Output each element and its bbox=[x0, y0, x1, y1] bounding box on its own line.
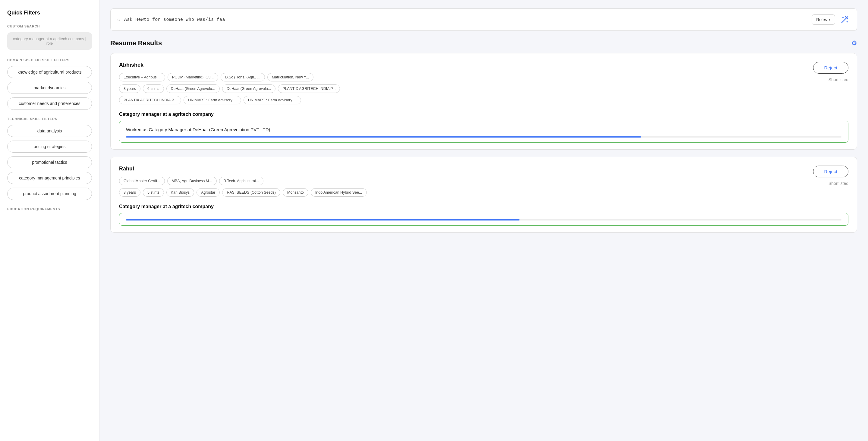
evidence-bar-bg-1 bbox=[126, 219, 841, 220]
tag: UNIMART : Farm Advisory ... bbox=[244, 96, 301, 105]
tag: MBA, Agri Business M... bbox=[167, 177, 217, 185]
role-label-0: Category manager at a agritech company bbox=[119, 112, 848, 117]
evidence-bar-fill-1 bbox=[126, 219, 520, 220]
card-actions-1: Reject Shortlisted bbox=[813, 166, 848, 187]
tag: DeHaat (Green Agrevolu... bbox=[166, 85, 220, 93]
search-bar: ○ Ask Hewto for someone who was/is faa R… bbox=[110, 8, 857, 31]
evidence-bar-fill-0 bbox=[126, 136, 641, 138]
evidence-box-0: Worked as Category Manager at DeHaat (Gr… bbox=[119, 121, 848, 143]
domain-chip-2[interactable]: customer needs and preferences bbox=[7, 97, 92, 110]
tag-stints-0: 6 stints bbox=[143, 85, 164, 93]
domain-chip-0[interactable]: knowledge of agricultural products bbox=[7, 66, 92, 78]
magic-wand-icon[interactable] bbox=[839, 14, 850, 25]
sidebar-title: Quick Filters bbox=[7, 10, 92, 16]
tag-row-1-1: Global Master Certif... MBA, Agri Busine… bbox=[119, 177, 808, 185]
search-text: Ask Hewto for someone who was/is faa bbox=[124, 17, 808, 22]
reject-button-1[interactable]: Reject bbox=[813, 166, 848, 177]
tag: Monsanto bbox=[283, 188, 308, 197]
results-title: Resume Results bbox=[110, 39, 162, 47]
tag: PLANTIX AGRITECH INDIA P... bbox=[119, 96, 181, 105]
app-layout: Quick Filters CUSTOM SEARCH category man… bbox=[0, 0, 868, 441]
tag-years-0: 8 years bbox=[119, 85, 141, 93]
role-label-1: Category manager at a agritech company bbox=[119, 204, 848, 209]
search-icon: ○ bbox=[117, 17, 121, 23]
tag: B.Tech. Agricultural... bbox=[219, 177, 264, 185]
tag-years-1: 8 years bbox=[119, 188, 141, 197]
domain-chip-1[interactable]: market dynamics bbox=[7, 82, 92, 94]
candidate-name-0: Abhishek bbox=[119, 62, 808, 68]
technical-chip-4[interactable]: product assortment planning bbox=[7, 187, 92, 200]
roles-dropdown[interactable]: Roles ▾ bbox=[812, 14, 835, 25]
main-content: ○ Ask Hewto for someone who was/is faa R… bbox=[99, 0, 868, 441]
tag: Indo American Hybrid See... bbox=[311, 188, 367, 197]
domain-filter-chips: knowledge of agricultural products marke… bbox=[7, 66, 92, 110]
shortlist-button-1[interactable]: Shortlisted bbox=[829, 180, 848, 187]
roles-label: Roles bbox=[816, 17, 827, 22]
technical-filter-chips: data analysis pricing strategies promoti… bbox=[7, 125, 92, 200]
technical-chip-3[interactable]: category management principles bbox=[7, 172, 92, 184]
evidence-box-1 bbox=[119, 213, 848, 226]
shortlist-button-0[interactable]: Shortlisted bbox=[829, 76, 848, 83]
custom-search-label: CUSTOM SEARCH bbox=[7, 24, 92, 28]
domain-filters-label: DOMAIN SPECIFIC SKILL FILTERS bbox=[7, 58, 92, 62]
tag-stints-1: 5 stints bbox=[143, 188, 164, 197]
candidate-info-0: Abhishek Executive – Agribusi... PGDM (M… bbox=[119, 62, 808, 108]
candidate-info-1: Rahul Global Master Certif... MBA, Agri … bbox=[119, 166, 808, 200]
candidate-card-0: Abhishek Executive – Agribusi... PGDM (M… bbox=[110, 53, 857, 150]
technical-chip-1[interactable]: pricing strategies bbox=[7, 141, 92, 153]
tag-row-0-1: Executive – Agribusi... PGDM (Marketing)… bbox=[119, 73, 808, 82]
technical-chip-0[interactable]: data analysis bbox=[7, 125, 92, 137]
card-actions-0: Reject Shortlisted bbox=[813, 62, 848, 83]
tag: DeHaat (Green Agrevolu... bbox=[222, 85, 276, 93]
tag: Agrostar bbox=[196, 188, 220, 197]
candidate-card-1: Rahul Global Master Certif... MBA, Agri … bbox=[110, 157, 857, 233]
evidence-bar-bg-0 bbox=[126, 136, 841, 138]
reject-button-0[interactable]: Reject bbox=[813, 62, 848, 74]
candidate-header-0: Abhishek Executive – Agribusi... PGDM (M… bbox=[119, 62, 848, 108]
tag: Matriculation, New Y... bbox=[267, 73, 313, 82]
tag: UNIMART : Farm Advisory ... bbox=[184, 96, 241, 105]
evidence-text-0: Worked as Category Manager at DeHaat (Gr… bbox=[126, 127, 841, 132]
technical-chip-2[interactable]: promotional tactics bbox=[7, 156, 92, 168]
tag-row-1-2: 8 years 5 stints Kan Biosys Agrostar RAS… bbox=[119, 188, 808, 197]
results-header: Resume Results ⚙ bbox=[110, 39, 857, 47]
tag: PGDM (Marketing), Gu... bbox=[167, 73, 218, 82]
tag: PLANTIX AGRITECH INDIA P... bbox=[278, 85, 340, 93]
tag: Executive – Agribusi... bbox=[119, 73, 165, 82]
tag-row-0-2: 8 years 6 stints DeHaat (Green Agrevolu.… bbox=[119, 85, 808, 93]
sidebar: Quick Filters CUSTOM SEARCH category man… bbox=[0, 0, 99, 441]
custom-search-chip: category manager at a agritech company |… bbox=[7, 32, 92, 50]
tag: Kan Biosys bbox=[166, 188, 194, 197]
candidate-name-1: Rahul bbox=[119, 166, 808, 172]
tag-row-0-3: PLANTIX AGRITECH INDIA P... UNIMART : Fa… bbox=[119, 96, 808, 105]
candidate-header-1: Rahul Global Master Certif... MBA, Agri … bbox=[119, 166, 848, 200]
education-label: EDUCATION REQUIREMENTS bbox=[7, 207, 92, 211]
chevron-down-icon: ▾ bbox=[829, 18, 831, 22]
technical-filters-label: TECHNICAL SKILL FILTERS bbox=[7, 117, 92, 121]
tag: Global Master Certif... bbox=[119, 177, 165, 185]
settings-icon[interactable]: ⚙ bbox=[851, 39, 857, 47]
tag: B.Sc (Hons.) Agri., ... bbox=[221, 73, 265, 82]
tag: RASI SEEDS (Cotton Seeds) bbox=[222, 188, 280, 197]
search-right: Roles ▾ bbox=[812, 14, 850, 25]
